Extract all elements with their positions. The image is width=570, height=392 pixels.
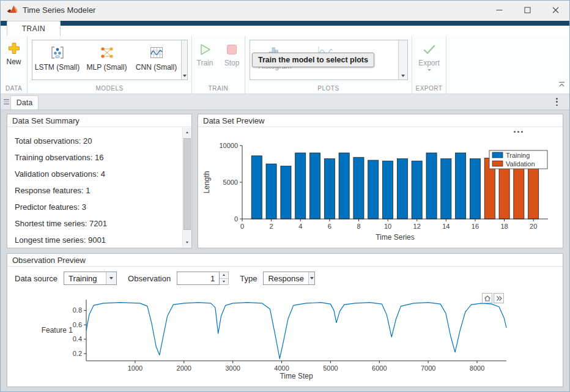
- svg-text:3000: 3000: [225, 364, 240, 372]
- section-data: New DATA: [1, 36, 28, 94]
- chevron-up-icon: [186, 131, 188, 133]
- title-bar: Time Series Modeler: [1, 1, 569, 19]
- observation-label: Observation: [128, 274, 171, 283]
- new-button-label: New: [6, 57, 21, 66]
- panel-header: Data Set Preview: [198, 114, 563, 127]
- svg-text:4: 4: [298, 223, 302, 230]
- chevron-down-icon: [186, 242, 188, 243]
- observation-value-field[interactable]: 1: [177, 272, 220, 285]
- summary-line: Total observations: 20: [15, 133, 184, 149]
- tab-train[interactable]: TRAIN: [7, 21, 61, 36]
- data-set-preview-panel: Data Set Preview 05000100000246810121416…: [198, 114, 563, 248]
- mlp-model-icon: [99, 45, 115, 61]
- svg-text:16: 16: [472, 223, 479, 230]
- observation-spinner[interactable]: 1: [177, 272, 229, 285]
- home-icon: [484, 295, 491, 302]
- chevron-down-icon: [310, 277, 314, 279]
- type-dropdown[interactable]: Response: [263, 272, 315, 285]
- observation-chart: 0.20.40.60.81000200030004000500060007000…: [9, 292, 560, 385]
- type-label: Type: [240, 274, 257, 283]
- svg-text:18: 18: [500, 223, 508, 230]
- plots-gallery-dropdown-button[interactable]: [398, 40, 407, 80]
- section-train: Train Stop TRAIN: [192, 36, 245, 94]
- svg-text:7000: 7000: [421, 364, 435, 372]
- panel-title: Data Set Preview: [203, 116, 264, 125]
- model-item-cnn[interactable]: CNN (Small): [131, 40, 181, 80]
- section-label-data: DATA: [1, 85, 27, 92]
- dropdown-arrow[interactable]: [308, 272, 314, 284]
- model-item-label: CNN (Small): [136, 63, 177, 72]
- svg-text:0.8: 0.8: [73, 306, 82, 314]
- tab-data[interactable]: Data: [10, 95, 39, 109]
- new-button[interactable]: New: [1, 41, 27, 66]
- close-button[interactable]: [541, 1, 569, 19]
- svg-text:0: 0: [234, 215, 238, 223]
- model-item-mlp[interactable]: MLP (Small): [82, 40, 131, 80]
- maximize-button[interactable]: [513, 1, 541, 19]
- section-label-models: MODELS: [28, 85, 191, 92]
- panel-title: Observation Preview: [12, 256, 86, 265]
- svg-text:12: 12: [413, 223, 421, 230]
- models-gallery-dropdown-button[interactable]: [181, 40, 187, 80]
- summary-line: Response features: 1: [15, 182, 184, 199]
- scroll-thumb[interactable]: [183, 138, 191, 230]
- summary-line: Predictor features: 3: [15, 199, 184, 215]
- svg-text:8: 8: [357, 223, 360, 230]
- svg-text:5000: 5000: [323, 364, 338, 372]
- svg-text:4000: 4000: [274, 364, 289, 372]
- svg-text:1000: 1000: [128, 364, 142, 372]
- svg-text:0.6: 0.6: [73, 321, 82, 328]
- collapse-ribbon-button[interactable]: [557, 78, 566, 91]
- svg-text:6: 6: [328, 223, 331, 230]
- spinner-down-button[interactable]: [220, 278, 228, 285]
- scroll-down-button[interactable]: [183, 238, 191, 247]
- minimize-button[interactable]: [485, 1, 513, 19]
- svg-text:0.2: 0.2: [73, 350, 82, 357]
- restore-view-button[interactable]: [482, 293, 492, 303]
- svg-text:Feature 1: Feature 1: [42, 326, 73, 335]
- cnn-model-icon: [149, 45, 165, 61]
- toolstrip: New DATA LSTM (Small): [1, 36, 569, 94]
- panel-header: Data Set Summary: [7, 114, 191, 127]
- chevron-down-icon: [428, 69, 431, 71]
- section-label-plots: PLOTS: [245, 85, 412, 92]
- model-item-lstm[interactable]: LSTM (Small): [32, 40, 82, 80]
- more-tools-button[interactable]: [494, 293, 504, 303]
- svg-text:10000: 10000: [219, 142, 238, 149]
- chevron-down-icon: [223, 281, 225, 283]
- model-item-label: LSTM (Small): [35, 63, 80, 72]
- section-label-export: EXPORT: [412, 85, 446, 92]
- svg-text:Time Series: Time Series: [376, 233, 415, 242]
- data-source-dropdown[interactable]: Training: [64, 272, 117, 285]
- summary-scrollbar[interactable]: [182, 128, 191, 247]
- toolstrip-accent-bar: [1, 21, 569, 26]
- window-title: Time Series Modeler: [23, 6, 95, 15]
- play-icon: [198, 42, 212, 57]
- stop-icon: [224, 42, 239, 57]
- document-tab-bar: Data: [1, 94, 569, 110]
- svg-text:2: 2: [270, 223, 273, 230]
- svg-text:10: 10: [384, 223, 391, 230]
- time-series-modeler-window: Time Series Modeler TRAIN New DATA: [0, 0, 570, 392]
- stop-button-label: Stop: [224, 59, 240, 67]
- chevron-down-icon: [401, 75, 405, 77]
- section-spacer: [446, 36, 569, 94]
- document-menu-button[interactable]: [554, 98, 560, 106]
- spinner-up-button[interactable]: [220, 272, 228, 278]
- export-button[interactable]: Export: [418, 42, 441, 71]
- data-set-summary-panel: Data Set Summary Total observations: 20 …: [7, 114, 192, 248]
- svg-text:Length: Length: [202, 171, 211, 194]
- stop-button[interactable]: Stop: [220, 42, 243, 67]
- dropdown-arrow[interactable]: [106, 272, 116, 284]
- section-label-train: TRAIN: [192, 85, 245, 92]
- svg-text:20: 20: [530, 223, 537, 230]
- dock-grip-icon[interactable]: [4, 99, 9, 105]
- model-item-label: MLP (Small): [87, 63, 127, 72]
- export-button-label: Export: [418, 59, 440, 67]
- scroll-up-button[interactable]: [183, 128, 191, 137]
- train-button[interactable]: Train: [193, 42, 217, 67]
- svg-text:6000: 6000: [372, 364, 387, 372]
- observation-preview-panel: Observation Preview Data source Training…: [7, 253, 563, 387]
- chevron-down-icon: [183, 75, 187, 77]
- type-value: Response: [264, 274, 308, 283]
